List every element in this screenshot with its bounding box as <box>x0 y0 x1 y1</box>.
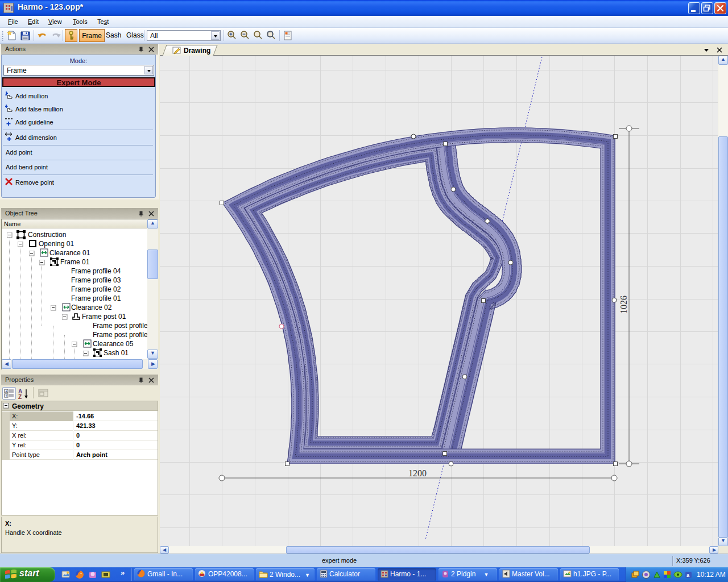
svg-text:1026: 1026 <box>619 296 628 314</box>
svg-text:+: + <box>5 394 7 398</box>
svg-text:1200: 1200 <box>408 468 427 478</box>
svg-text:+: + <box>5 389 7 393</box>
svg-text:Z: Z <box>18 394 22 400</box>
